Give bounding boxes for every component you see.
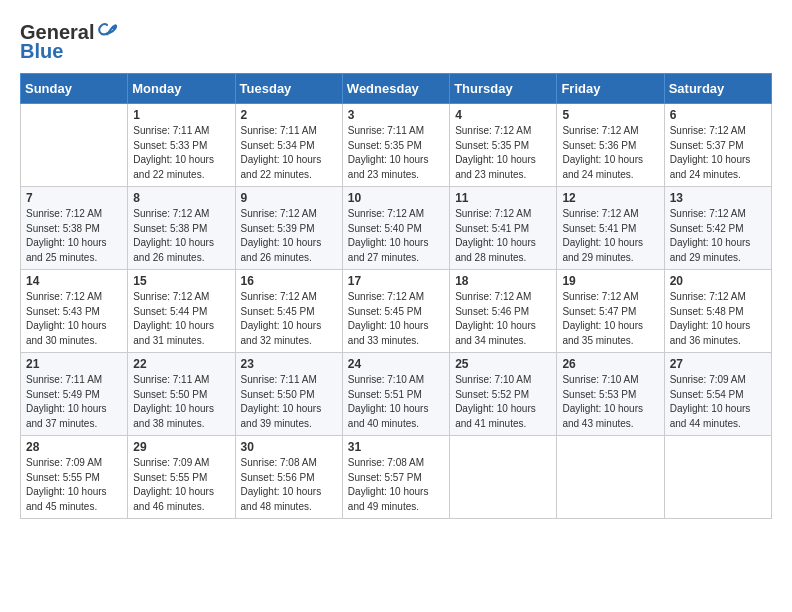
day-info: Sunrise: 7:12 AM Sunset: 5:40 PM Dayligh… <box>348 207 444 265</box>
day-number: 13 <box>670 191 766 205</box>
day-info: Sunrise: 7:12 AM Sunset: 5:45 PM Dayligh… <box>241 290 337 348</box>
calendar-cell: 21Sunrise: 7:11 AM Sunset: 5:49 PM Dayli… <box>21 353 128 436</box>
calendar-cell: 27Sunrise: 7:09 AM Sunset: 5:54 PM Dayli… <box>664 353 771 436</box>
header: General Blue <box>20 20 772 63</box>
day-number: 29 <box>133 440 229 454</box>
calendar-cell: 17Sunrise: 7:12 AM Sunset: 5:45 PM Dayli… <box>342 270 449 353</box>
day-info: Sunrise: 7:12 AM Sunset: 5:43 PM Dayligh… <box>26 290 122 348</box>
calendar-header-wednesday: Wednesday <box>342 74 449 104</box>
day-info: Sunrise: 7:09 AM Sunset: 5:54 PM Dayligh… <box>670 373 766 431</box>
calendar-cell: 3Sunrise: 7:11 AM Sunset: 5:35 PM Daylig… <box>342 104 449 187</box>
calendar-cell: 10Sunrise: 7:12 AM Sunset: 5:40 PM Dayli… <box>342 187 449 270</box>
day-info: Sunrise: 7:10 AM Sunset: 5:52 PM Dayligh… <box>455 373 551 431</box>
calendar-cell: 18Sunrise: 7:12 AM Sunset: 5:46 PM Dayli… <box>450 270 557 353</box>
calendar-cell <box>557 436 664 519</box>
calendar-cell: 25Sunrise: 7:10 AM Sunset: 5:52 PM Dayli… <box>450 353 557 436</box>
day-info: Sunrise: 7:12 AM Sunset: 5:38 PM Dayligh… <box>133 207 229 265</box>
day-number: 12 <box>562 191 658 205</box>
day-number: 5 <box>562 108 658 122</box>
calendar-header-thursday: Thursday <box>450 74 557 104</box>
day-info: Sunrise: 7:12 AM Sunset: 5:39 PM Dayligh… <box>241 207 337 265</box>
day-info: Sunrise: 7:11 AM Sunset: 5:35 PM Dayligh… <box>348 124 444 182</box>
calendar-header-tuesday: Tuesday <box>235 74 342 104</box>
day-number: 24 <box>348 357 444 371</box>
calendar-cell: 16Sunrise: 7:12 AM Sunset: 5:45 PM Dayli… <box>235 270 342 353</box>
day-info: Sunrise: 7:12 AM Sunset: 5:41 PM Dayligh… <box>562 207 658 265</box>
calendar-cell: 14Sunrise: 7:12 AM Sunset: 5:43 PM Dayli… <box>21 270 128 353</box>
calendar-cell: 12Sunrise: 7:12 AM Sunset: 5:41 PM Dayli… <box>557 187 664 270</box>
day-info: Sunrise: 7:08 AM Sunset: 5:57 PM Dayligh… <box>348 456 444 514</box>
day-info: Sunrise: 7:12 AM Sunset: 5:45 PM Dayligh… <box>348 290 444 348</box>
day-number: 22 <box>133 357 229 371</box>
day-number: 1 <box>133 108 229 122</box>
day-number: 15 <box>133 274 229 288</box>
day-info: Sunrise: 7:10 AM Sunset: 5:53 PM Dayligh… <box>562 373 658 431</box>
calendar-week-row-2: 7Sunrise: 7:12 AM Sunset: 5:38 PM Daylig… <box>21 187 772 270</box>
day-number: 7 <box>26 191 122 205</box>
day-number: 3 <box>348 108 444 122</box>
calendar-cell: 28Sunrise: 7:09 AM Sunset: 5:55 PM Dayli… <box>21 436 128 519</box>
calendar-cell: 13Sunrise: 7:12 AM Sunset: 5:42 PM Dayli… <box>664 187 771 270</box>
day-info: Sunrise: 7:11 AM Sunset: 5:50 PM Dayligh… <box>241 373 337 431</box>
day-info: Sunrise: 7:11 AM Sunset: 5:34 PM Dayligh… <box>241 124 337 182</box>
calendar-cell: 6Sunrise: 7:12 AM Sunset: 5:37 PM Daylig… <box>664 104 771 187</box>
day-number: 30 <box>241 440 337 454</box>
day-number: 21 <box>26 357 122 371</box>
day-info: Sunrise: 7:08 AM Sunset: 5:56 PM Dayligh… <box>241 456 337 514</box>
day-info: Sunrise: 7:11 AM Sunset: 5:50 PM Dayligh… <box>133 373 229 431</box>
day-info: Sunrise: 7:12 AM Sunset: 5:47 PM Dayligh… <box>562 290 658 348</box>
day-info: Sunrise: 7:09 AM Sunset: 5:55 PM Dayligh… <box>133 456 229 514</box>
logo-area: General Blue <box>20 20 120 63</box>
day-number: 16 <box>241 274 337 288</box>
day-number: 10 <box>348 191 444 205</box>
day-number: 17 <box>348 274 444 288</box>
day-number: 27 <box>670 357 766 371</box>
calendar-cell: 30Sunrise: 7:08 AM Sunset: 5:56 PM Dayli… <box>235 436 342 519</box>
day-info: Sunrise: 7:12 AM Sunset: 5:37 PM Dayligh… <box>670 124 766 182</box>
day-number: 23 <box>241 357 337 371</box>
calendar-week-row-3: 14Sunrise: 7:12 AM Sunset: 5:43 PM Dayli… <box>21 270 772 353</box>
day-info: Sunrise: 7:09 AM Sunset: 5:55 PM Dayligh… <box>26 456 122 514</box>
calendar-week-row-1: 1Sunrise: 7:11 AM Sunset: 5:33 PM Daylig… <box>21 104 772 187</box>
calendar-cell: 4Sunrise: 7:12 AM Sunset: 5:35 PM Daylig… <box>450 104 557 187</box>
day-info: Sunrise: 7:12 AM Sunset: 5:36 PM Dayligh… <box>562 124 658 182</box>
calendar-cell: 2Sunrise: 7:11 AM Sunset: 5:34 PM Daylig… <box>235 104 342 187</box>
day-number: 28 <box>26 440 122 454</box>
calendar-table: SundayMondayTuesdayWednesdayThursdayFrid… <box>20 73 772 519</box>
calendar-cell: 31Sunrise: 7:08 AM Sunset: 5:57 PM Dayli… <box>342 436 449 519</box>
day-info: Sunrise: 7:10 AM Sunset: 5:51 PM Dayligh… <box>348 373 444 431</box>
calendar-cell: 20Sunrise: 7:12 AM Sunset: 5:48 PM Dayli… <box>664 270 771 353</box>
day-number: 2 <box>241 108 337 122</box>
logo-blue-text: Blue <box>20 40 63 63</box>
day-number: 9 <box>241 191 337 205</box>
day-info: Sunrise: 7:12 AM Sunset: 5:44 PM Dayligh… <box>133 290 229 348</box>
calendar-header-sunday: Sunday <box>21 74 128 104</box>
calendar-week-row-5: 28Sunrise: 7:09 AM Sunset: 5:55 PM Dayli… <box>21 436 772 519</box>
calendar-cell: 24Sunrise: 7:10 AM Sunset: 5:51 PM Dayli… <box>342 353 449 436</box>
day-info: Sunrise: 7:12 AM Sunset: 5:38 PM Dayligh… <box>26 207 122 265</box>
calendar-cell <box>21 104 128 187</box>
calendar-header-friday: Friday <box>557 74 664 104</box>
calendar-cell: 26Sunrise: 7:10 AM Sunset: 5:53 PM Dayli… <box>557 353 664 436</box>
day-info: Sunrise: 7:12 AM Sunset: 5:42 PM Dayligh… <box>670 207 766 265</box>
day-info: Sunrise: 7:11 AM Sunset: 5:33 PM Dayligh… <box>133 124 229 182</box>
day-number: 14 <box>26 274 122 288</box>
calendar-week-row-4: 21Sunrise: 7:11 AM Sunset: 5:49 PM Dayli… <box>21 353 772 436</box>
day-number: 8 <box>133 191 229 205</box>
page: General Blue SundayMondayTuesdayWednesda… <box>0 0 792 539</box>
day-number: 19 <box>562 274 658 288</box>
calendar-cell: 9Sunrise: 7:12 AM Sunset: 5:39 PM Daylig… <box>235 187 342 270</box>
calendar-cell <box>664 436 771 519</box>
logo-bird-icon <box>95 20 119 44</box>
calendar-cell: 11Sunrise: 7:12 AM Sunset: 5:41 PM Dayli… <box>450 187 557 270</box>
day-number: 18 <box>455 274 551 288</box>
day-number: 31 <box>348 440 444 454</box>
day-info: Sunrise: 7:11 AM Sunset: 5:49 PM Dayligh… <box>26 373 122 431</box>
day-info: Sunrise: 7:12 AM Sunset: 5:35 PM Dayligh… <box>455 124 551 182</box>
calendar-header-row: SundayMondayTuesdayWednesdayThursdayFrid… <box>21 74 772 104</box>
day-number: 4 <box>455 108 551 122</box>
calendar-cell: 22Sunrise: 7:11 AM Sunset: 5:50 PM Dayli… <box>128 353 235 436</box>
calendar-cell: 5Sunrise: 7:12 AM Sunset: 5:36 PM Daylig… <box>557 104 664 187</box>
day-number: 11 <box>455 191 551 205</box>
calendar-cell: 1Sunrise: 7:11 AM Sunset: 5:33 PM Daylig… <box>128 104 235 187</box>
